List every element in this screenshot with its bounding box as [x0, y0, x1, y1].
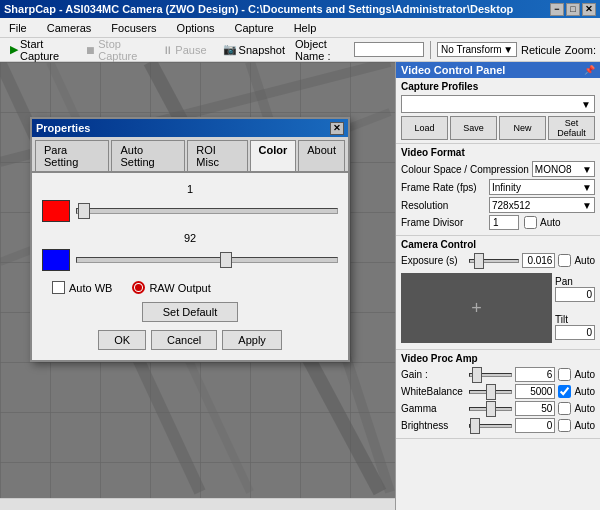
- menu-help[interactable]: Help: [289, 20, 322, 36]
- blue-color-box[interactable]: [42, 249, 70, 271]
- dialog-close-button[interactable]: ✕: [330, 122, 344, 135]
- red-color-box[interactable]: [42, 200, 70, 222]
- pin-icon[interactable]: 📌: [584, 65, 595, 75]
- gain-slider[interactable]: [469, 373, 512, 377]
- video-format-section: Video Format Colour Space / Compression …: [396, 144, 600, 236]
- resolution-dropdown[interactable]: 728x512 ▼: [489, 197, 595, 213]
- save-profile-button[interactable]: Save: [450, 116, 497, 140]
- frame-rate-row: Frame Rate (fps) Infinity ▼: [401, 179, 595, 195]
- frame-divisor-value: 1: [489, 215, 519, 230]
- exposure-label: Exposure (s): [401, 255, 466, 266]
- colour-space-label: Colour Space / Compression: [401, 164, 529, 175]
- frame-divisor-auto-label: Auto: [540, 217, 561, 228]
- load-profile-button[interactable]: Load: [401, 116, 448, 140]
- blue-slider-track: [76, 257, 338, 263]
- pan-label: Pan: [555, 276, 595, 287]
- stop-icon: ⏹: [85, 44, 96, 56]
- brightness-label: Brightness: [401, 420, 466, 431]
- main-area: Properties ✕ Para Setting Auto Setting R…: [0, 62, 600, 510]
- raw-output-label: RAW Output: [149, 282, 210, 294]
- whitebalance-row: WhiteBalance 5000 Auto: [401, 384, 595, 399]
- tilt-row: Tilt 0: [555, 314, 595, 340]
- close-button[interactable]: ✕: [582, 3, 596, 16]
- ok-button[interactable]: OK: [98, 330, 146, 350]
- gamma-auto-label: Auto: [574, 403, 595, 414]
- exposure-auto-checkbox[interactable]: [558, 254, 571, 267]
- maximize-button[interactable]: □: [566, 3, 580, 16]
- wb-auto-checkbox[interactable]: [558, 385, 571, 398]
- brightness-slider[interactable]: [469, 424, 512, 428]
- transform-dropdown[interactable]: No Transform ▼: [437, 42, 517, 57]
- window-controls: − □ ✕: [550, 3, 596, 16]
- object-name-input[interactable]: [354, 42, 424, 57]
- blue-slider-row: [42, 249, 338, 271]
- tab-auto-setting[interactable]: Auto Setting: [111, 140, 185, 171]
- set-default-profile-button[interactable]: Set Default: [548, 116, 595, 140]
- title-bar: SharpCap - ASI034MC Camera (ZWO Design) …: [0, 0, 600, 18]
- resolution-row: Resolution 728x512 ▼: [401, 197, 595, 213]
- wb-slider[interactable]: [469, 390, 512, 394]
- object-name-label: Object Name :: [295, 38, 350, 62]
- brightness-auto-checkbox[interactable]: [558, 419, 571, 432]
- fr-arrow-icon: ▼: [582, 182, 592, 193]
- capture-profiles-label: Capture Profiles: [401, 81, 595, 92]
- auto-wb-checkbox[interactable]: [52, 281, 65, 294]
- gain-auto-checkbox[interactable]: [558, 368, 571, 381]
- toolbar: ▶ Start Capture ⏹ Stop Capture ⏸ Pause 📷…: [0, 38, 600, 62]
- capture-profiles-section: Capture Profiles ▼ Load Save New Set Def…: [396, 78, 600, 144]
- frame-divisor-label: Frame Divisor: [401, 217, 486, 228]
- tab-about[interactable]: About: [298, 140, 345, 171]
- pan-row: Pan 0: [555, 276, 595, 302]
- blue-slider-thumb[interactable]: [220, 252, 232, 268]
- colour-space-dropdown[interactable]: MONO8 ▼: [532, 161, 595, 177]
- pause-button[interactable]: ⏸ Pause: [156, 41, 212, 59]
- res-arrow-icon: ▼: [582, 200, 592, 211]
- menu-focusers[interactable]: Focusers: [106, 20, 161, 36]
- new-profile-button[interactable]: New: [499, 116, 546, 140]
- raw-output-checkbox[interactable]: [132, 281, 145, 294]
- profiles-dropdown[interactable]: ▼: [401, 95, 595, 113]
- frame-rate-dropdown[interactable]: Infinity ▼: [489, 179, 595, 195]
- auto-wb-checkbox-item: Auto WB: [52, 281, 112, 294]
- snapshot-button[interactable]: 📷 Snapshot: [217, 40, 291, 59]
- auto-wb-label: Auto WB: [69, 282, 112, 294]
- dialog-overlay: Properties ✕ Para Setting Auto Setting R…: [0, 62, 395, 510]
- start-capture-button[interactable]: ▶ Start Capture: [4, 35, 75, 65]
- cancel-button[interactable]: Cancel: [151, 330, 217, 350]
- gamma-value: 50: [515, 401, 555, 416]
- menu-options[interactable]: Options: [172, 20, 220, 36]
- tab-roi-misc[interactable]: ROI Misc: [187, 140, 247, 171]
- exposure-auto-label: Auto: [574, 255, 595, 266]
- red-slider-thumb[interactable]: [78, 203, 90, 219]
- frame-divisor-auto-checkbox[interactable]: [524, 216, 537, 229]
- exposure-slider[interactable]: [469, 259, 519, 263]
- gain-value: 6: [515, 367, 555, 382]
- set-default-button[interactable]: Set Default: [142, 302, 238, 322]
- menu-cameras[interactable]: Cameras: [42, 20, 97, 36]
- zoom-label: Zoom:: [565, 44, 596, 56]
- gain-auto-label: Auto: [574, 369, 595, 380]
- reticule-label: Reticule: [521, 44, 561, 56]
- video-format-label: Video Format: [401, 147, 595, 158]
- menu-file[interactable]: File: [4, 20, 32, 36]
- app-title: SharpCap - ASI034MC Camera (ZWO Design) …: [4, 3, 513, 15]
- gamma-row: Gamma 50 Auto: [401, 401, 595, 416]
- tab-para-setting[interactable]: Para Setting: [35, 140, 109, 171]
- wb-label: WhiteBalance: [401, 386, 466, 397]
- gamma-auto-checkbox[interactable]: [558, 402, 571, 415]
- panel-title-text: Video Control Panel: [401, 64, 505, 76]
- dialog-content: 1 92: [32, 173, 348, 360]
- dialog-tabs: Para Setting Auto Setting ROI Misc Color…: [32, 137, 348, 173]
- exposure-value: 0.016: [522, 253, 555, 268]
- apply-button[interactable]: Apply: [222, 330, 282, 350]
- raw-output-checkbox-item: RAW Output: [132, 281, 210, 294]
- red-slider-bg: [76, 208, 338, 214]
- gamma-slider[interactable]: [469, 407, 512, 411]
- gain-row: Gain : 6 Auto: [401, 367, 595, 382]
- blue-value-label: 92: [42, 232, 338, 244]
- minimize-button[interactable]: −: [550, 3, 564, 16]
- tab-color[interactable]: Color: [250, 140, 297, 171]
- menu-capture[interactable]: Capture: [230, 20, 279, 36]
- stop-capture-button[interactable]: ⏹ Stop Capture: [79, 35, 152, 65]
- checkbox-group: Auto WB RAW Output: [42, 281, 338, 294]
